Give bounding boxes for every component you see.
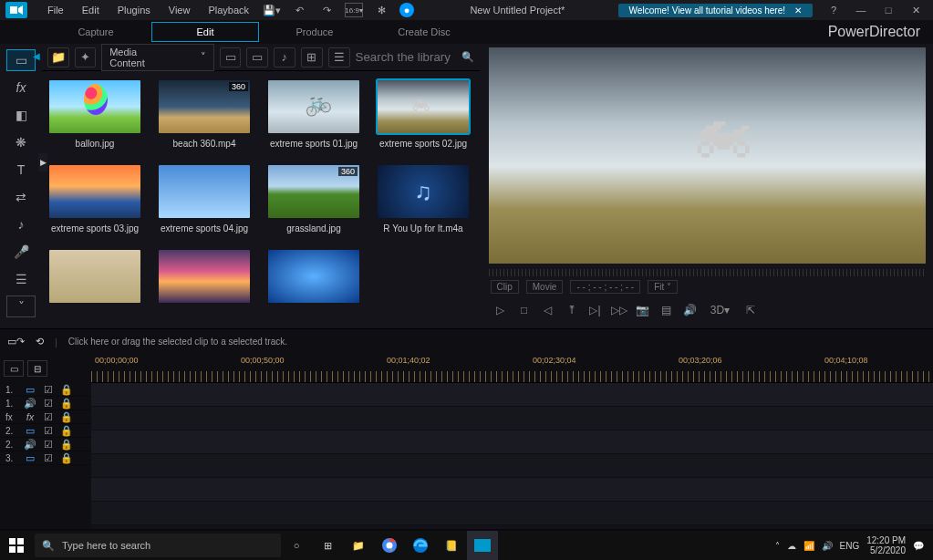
track-lane[interactable] xyxy=(91,478,933,502)
filter-all-icon[interactable]: ▭ xyxy=(220,47,242,67)
tab-capture[interactable]: Capture xyxy=(42,22,150,42)
tl-tool-icon-2[interactable]: ⟲ xyxy=(36,336,44,347)
timeline-body[interactable]: 00;00;00;0000;00;50;0000;01;40;0200;02;3… xyxy=(91,354,933,529)
search-input[interactable] xyxy=(356,50,456,64)
notify-icon[interactable]: ● xyxy=(399,3,414,17)
track-header[interactable]: 1.▭☑🔒 xyxy=(0,383,91,397)
app-icon-1[interactable]: 📒 xyxy=(436,531,467,560)
tab-edit[interactable]: Edit xyxy=(151,22,259,42)
save-icon[interactable]: 💾▾ xyxy=(263,3,281,17)
preview-ruler[interactable] xyxy=(489,269,927,276)
track-header[interactable]: 3.▭☑🔒 xyxy=(0,451,91,465)
track-header[interactable]: 2.🔊☑🔒 xyxy=(0,438,91,451)
particle-room-icon[interactable]: ❋ xyxy=(6,131,36,153)
prev-frame-icon[interactable]: ◁ xyxy=(538,301,558,319)
settings-icon[interactable]: ✻ xyxy=(372,3,390,17)
track-lane[interactable] xyxy=(91,407,933,430)
explorer-icon[interactable]: 📁 xyxy=(343,531,374,560)
tray-wifi-icon[interactable]: 📶 xyxy=(803,541,814,551)
powerdirector-taskbar-icon[interactable] xyxy=(467,531,498,560)
audio-room-icon[interactable]: ♪ xyxy=(6,213,36,235)
track-lane[interactable] xyxy=(91,502,933,525)
view-grid-icon[interactable]: ⊞ xyxy=(301,47,323,67)
tray-lang[interactable]: ENG xyxy=(840,541,860,551)
quality-icon[interactable]: ▤ xyxy=(657,301,677,319)
voice-room-icon[interactable]: 🎤 xyxy=(6,241,36,263)
menu-playback[interactable]: Playback xyxy=(201,3,256,17)
track-lane[interactable] xyxy=(91,383,933,407)
tl-view-btn-1[interactable]: ▭ xyxy=(4,360,24,377)
filter-video-icon[interactable]: ▭ xyxy=(246,47,268,67)
media-clip[interactable] xyxy=(268,250,359,308)
track-header[interactable]: fxfx☑🔒 xyxy=(0,410,91,424)
clip-mode-label[interactable]: Clip xyxy=(491,280,519,294)
notifications-icon[interactable]: 💬 xyxy=(913,541,924,551)
plugin-icon[interactable]: ✦ xyxy=(75,47,97,67)
undo-icon[interactable]: ↶ xyxy=(290,3,308,17)
tab-create-disc[interactable]: Create Disc xyxy=(370,22,478,42)
track-lane[interactable] xyxy=(91,454,933,478)
media-room-icon[interactable]: ▭ xyxy=(6,49,36,71)
fast-fwd-icon[interactable]: ▷▷ xyxy=(609,301,629,319)
step-fwd-icon[interactable]: ▷| xyxy=(586,301,606,319)
media-clip[interactable]: extreme sports 03.jpg xyxy=(49,165,140,233)
step-back-icon[interactable]: ⤒ xyxy=(562,301,582,319)
tray-up-icon[interactable]: ˄ xyxy=(775,541,780,551)
content-dropdown[interactable]: Media Content ˅ xyxy=(101,44,214,71)
fit-dropdown[interactable]: Fit ˅ xyxy=(648,280,678,294)
taskbar-search[interactable]: 🔍 Type here to search xyxy=(35,534,281,557)
start-button[interactable] xyxy=(0,531,33,560)
maximize-icon[interactable]: □ xyxy=(879,3,897,17)
tutorial-banner[interactable]: Welcome! View all tutorial videos here! … xyxy=(618,4,813,17)
media-clip[interactable]: extreme sports 04.jpg xyxy=(159,165,250,233)
media-clip[interactable] xyxy=(49,250,140,308)
menu-edit[interactable]: Edit xyxy=(75,3,107,17)
tl-view-btn-2[interactable]: ⊟ xyxy=(27,360,47,377)
media-clip[interactable] xyxy=(159,250,250,308)
tab-produce[interactable]: Produce xyxy=(261,22,368,42)
transition-room-icon[interactable]: ⇄ xyxy=(6,186,36,208)
time-ruler[interactable]: 00;00;00;0000;00;50;0000;01;40;0200;02;3… xyxy=(91,354,933,383)
chrome-icon[interactable] xyxy=(374,531,405,560)
menu-view[interactable]: View xyxy=(161,3,198,17)
redo-icon[interactable]: ↷ xyxy=(317,3,336,17)
3d-dropdown[interactable]: 3D ▾ xyxy=(704,301,737,319)
filter-audio-icon[interactable]: ♪ xyxy=(274,47,295,67)
title-room-icon[interactable]: T xyxy=(6,159,36,181)
media-clip[interactable]: ♫R You Up for It.m4a xyxy=(378,165,469,233)
track-header[interactable]: 2.▭☑🔒 xyxy=(0,424,91,438)
undock-icon[interactable]: ⇱ xyxy=(741,301,761,319)
chapter-room-icon[interactable]: ☰ xyxy=(6,268,36,290)
media-clip[interactable]: 360beach 360.mp4 xyxy=(159,80,250,149)
snapshot-icon[interactable]: 📷 xyxy=(633,301,653,319)
task-view-icon[interactable]: ⊞ xyxy=(312,531,343,560)
more-rooms-icon[interactable]: ˅ xyxy=(6,296,36,317)
help-icon[interactable]: ? xyxy=(824,3,843,17)
close-icon[interactable]: ✕ xyxy=(907,3,925,17)
search-icon[interactable]: 🔍 xyxy=(461,51,474,63)
play-icon[interactable]: ▷ xyxy=(491,301,511,319)
taskbar-clock[interactable]: 12:20 PM 5/2/2020 xyxy=(866,535,906,555)
track-header[interactable]: 1.🔊☑🔒 xyxy=(0,397,91,410)
menu-plugins[interactable]: Plugins xyxy=(110,3,158,17)
preview-window[interactable]: 🏍 xyxy=(489,47,927,264)
minimize-icon[interactable]: — xyxy=(852,3,870,17)
media-clip[interactable]: extreme sports 01.jpg xyxy=(268,80,359,149)
cortana-icon[interactable]: ○ xyxy=(281,531,312,560)
edge-icon[interactable] xyxy=(405,531,436,560)
movie-mode-label[interactable]: Movie xyxy=(526,280,564,294)
view-list-icon[interactable]: ☰ xyxy=(328,47,350,67)
media-clip[interactable]: 360grassland.jpg xyxy=(268,165,359,233)
media-clip[interactable]: ballon.jpg xyxy=(49,80,140,149)
tl-tool-icon-1[interactable]: ▭↷ xyxy=(7,336,25,347)
tray-volume-icon[interactable]: 🔊 xyxy=(822,541,833,551)
stop-icon[interactable]: □ xyxy=(514,301,534,319)
media-clip[interactable]: extreme sports 02.jpg xyxy=(378,80,469,149)
pip-room-icon[interactable]: ◧ xyxy=(6,104,36,126)
track-lane[interactable] xyxy=(91,430,933,454)
fx-room-icon[interactable]: fx xyxy=(6,77,36,99)
menu-file[interactable]: File xyxy=(40,3,71,17)
import-icon[interactable]: 📁 xyxy=(47,47,69,67)
close-banner-icon[interactable]: ✕ xyxy=(794,5,802,16)
tray-cloud-icon[interactable]: ☁ xyxy=(787,541,796,551)
